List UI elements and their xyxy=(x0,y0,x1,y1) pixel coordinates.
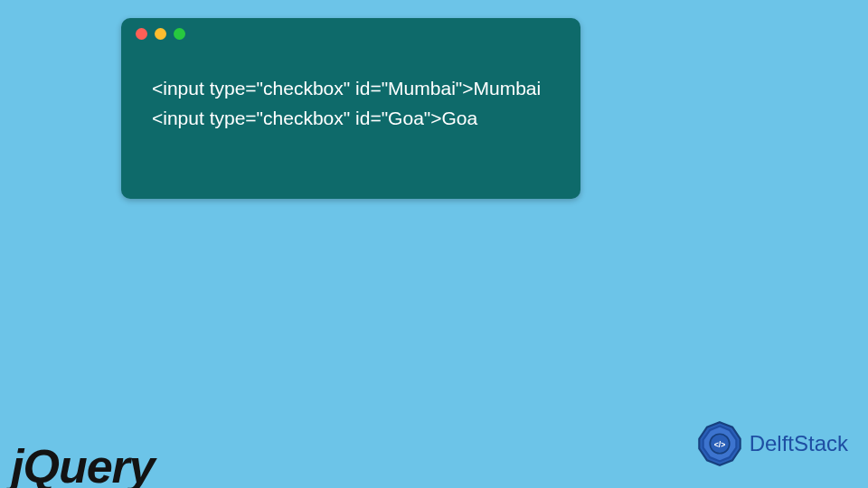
window-titlebar xyxy=(121,18,580,49)
jquery-logo: jQuery xyxy=(11,439,155,488)
code-window: <input type="checkbox" id="Mumbai">Mumba… xyxy=(121,18,580,199)
close-icon xyxy=(136,28,147,40)
maximize-icon xyxy=(174,28,185,40)
delftstack-icon: </> xyxy=(695,419,744,468)
code-body: <input type="checkbox" id="Mumbai">Mumba… xyxy=(121,49,580,133)
delftstack-label: DelftStack xyxy=(750,431,848,456)
svg-text:</>: </> xyxy=(713,440,724,449)
code-line: <input type="checkbox" id="Mumbai">Mumba… xyxy=(152,78,541,99)
minimize-icon xyxy=(155,28,166,40)
code-line: <input type="checkbox" id="Goa">Goa xyxy=(152,108,477,128)
delftstack-logo: </> DelftStack xyxy=(695,419,848,468)
